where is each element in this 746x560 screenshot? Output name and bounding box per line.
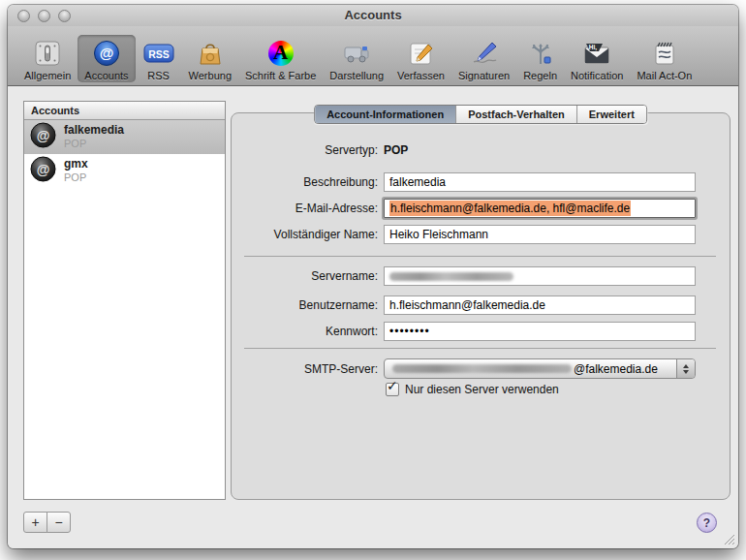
servername-label: Servername: [311,269,378,283]
toolbar-item-darstellung[interactable]: Darstellung [323,35,390,82]
general-switch-icon [31,38,64,68]
toolbar-item-accounts[interactable]: @ Accounts [78,35,135,82]
toolbar-label: Notification [571,70,623,81]
redacted-servername [389,272,513,281]
svg-text:RSS: RSS [148,47,170,59]
shopping-bag-icon [194,38,227,68]
account-row-gmx[interactable]: @ gmx POP [24,154,225,188]
toolbar-item-schrift-farbe[interactable]: A Schrift & Farbe [238,35,323,82]
beschreibung-field[interactable]: falkemedia [384,172,696,192]
account-at-icon: @ [30,156,56,186]
benutzername-field[interactable]: h.fleischmann@falkemedia.de [384,296,696,315]
smtp-server-dropdown[interactable]: @falkemedia.de [384,358,696,379]
svg-text:Hi,: Hi, [589,43,598,50]
toolbar-item-allgemein[interactable]: Allgemein [17,35,78,82]
beschreibung-label: Beschreibung: [303,175,378,189]
viewing-icon [340,38,373,68]
tab-erweitert[interactable]: Erweitert [577,106,646,123]
account-name: gmx [64,158,88,171]
email-field[interactable]: h.fleischmann@falkemedia.de, hfl@maclife… [384,199,696,218]
smtp-only-checkbox-row: ✓ Nur diesen Server verwenden [386,383,559,396]
accounts-sidebar: Accounts @ falkemedia POP [23,101,226,500]
account-add-remove-group: + − [23,512,71,533]
account-info-panel: Account-Informationen Postfach-Verhalten… [231,112,730,500]
email-selected-text: h.fleischmann@falkemedia.de, hfl@maclife… [389,201,631,216]
fullname-label: Vollständiger Name: [274,228,378,241]
fullname-field[interactable]: Heiko Fleischmann [384,225,696,244]
svg-text:@: @ [100,45,114,61]
help-button[interactable]: ? [697,513,717,533]
preferences-toolbar: Allgemein @ Accounts [8,26,738,86]
kennwort-label: Kennwort: [326,325,378,338]
smtp-value-suffix: @falkemedia.de [574,362,658,376]
toolbar-item-signaturen[interactable]: Signaturen [451,35,516,82]
checkmark-icon: ✓ [387,378,398,393]
toolbar-label: Accounts [84,70,128,81]
mail-preferences-window: Accounts Allgemein [8,5,738,548]
toolbar-label: Signaturen [458,70,510,81]
redacted-smtp-name [392,364,572,373]
svg-text:@: @ [37,128,50,143]
screenshot-canvas: Accounts Allgemein [0,0,746,560]
add-account-button[interactable]: + [23,512,47,533]
account-protocol: POP [64,171,88,184]
servertyp-label: Servertyp: [325,143,378,157]
preferences-content: Accounts @ falkemedia POP [8,87,738,548]
svg-text:@: @ [37,162,50,177]
toolbar-label: Regeln [523,70,557,81]
servername-field[interactable] [384,266,696,286]
rules-branch-icon [524,38,557,68]
section-divider [244,256,716,257]
account-row-falkemedia[interactable]: @ falkemedia POP [24,120,225,154]
email-label: E-Mail-Adresse: [295,202,378,215]
kennwort-field[interactable]: •••••••• [384,322,696,341]
toolbar-label: Mail Act-On [637,70,692,81]
tab-postfach-verhalten[interactable]: Postfach-Verhalten [456,106,577,123]
fullname-value: Heiko Fleischmann [389,228,488,241]
rss-icon: RSS [142,38,175,68]
account-tabs: Account-Informationen Postfach-Verhalten… [314,105,647,124]
benutzername-label: Benutzername: [299,298,378,312]
toolbar-label: Werbung [189,70,232,81]
window-title: Accounts [8,8,738,22]
smtp-label: SMTP-Server: [304,362,378,376]
account-name: falkemedia [64,124,124,138]
toolbar-label: Verfassen [397,70,445,81]
toolbar-item-notification[interactable]: Hi, Notification [564,35,630,82]
compose-icon [404,38,437,68]
toolbar-item-verfassen[interactable]: Verfassen [390,35,451,82]
toolbar-item-mail-act-on[interactable]: Mail Act-On [630,35,699,82]
remove-account-button[interactable]: − [47,512,71,533]
toolbar-label: RSS [147,70,170,81]
signature-pen-icon [468,38,501,68]
smtp-only-checkbox[interactable]: ✓ [386,383,399,396]
tab-account-informationen[interactable]: Account-Informationen [315,106,456,123]
toolbar-item-werbung[interactable]: Werbung [182,35,238,82]
notification-envelope-icon: Hi, [580,38,613,68]
benutzername-value: h.fleischmann@falkemedia.de [389,298,545,312]
dropdown-stepper-icon [676,359,695,378]
sidebar-header: Accounts [24,102,225,120]
toolbar-item-regeln[interactable]: Regeln [516,35,564,82]
title-bar[interactable]: Accounts [8,5,738,26]
toolbar-item-rss[interactable]: RSS RSS [136,35,182,82]
toolbar-label: Allgemein [24,70,71,81]
account-at-icon: @ [30,122,56,152]
fonts-colors-icon: A [264,38,297,68]
servertyp-value: POP [384,143,408,157]
account-protocol: POP [64,138,124,150]
accounts-at-icon: @ [90,38,123,68]
kennwort-value: •••••••• [389,325,430,338]
toolbar-label: Darstellung [329,70,384,81]
mail-act-on-notepad-icon [648,38,681,68]
resize-grip[interactable] [722,532,735,545]
section-divider [244,348,716,349]
beschreibung-value: falkemedia [389,175,446,189]
toolbar-label: Schrift & Farbe [245,70,316,81]
smtp-only-checkbox-label: Nur diesen Server verwenden [405,383,559,396]
